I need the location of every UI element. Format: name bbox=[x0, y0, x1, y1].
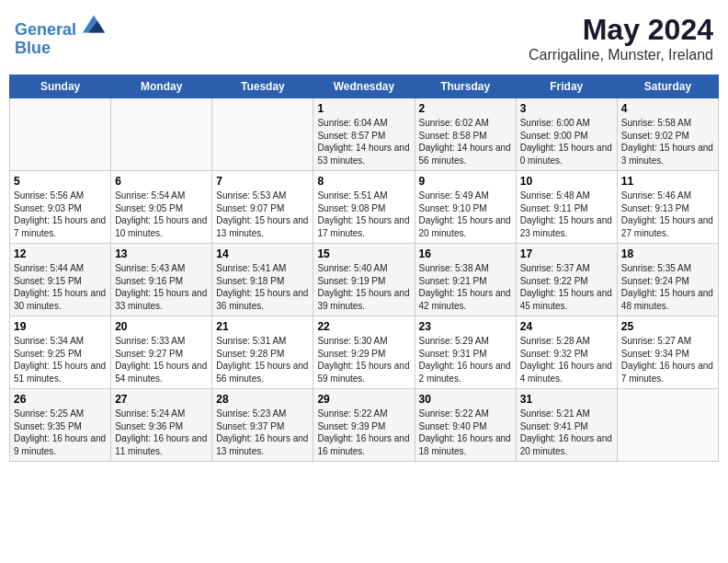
main-title: May 2024 bbox=[529, 13, 713, 47]
calendar-header-row: SundayMondayTuesdayWednesdayThursdayFrid… bbox=[10, 75, 719, 98]
calendar-cell: 18Sunrise: 5:35 AMSunset: 9:24 PMDayligh… bbox=[617, 244, 718, 316]
day-info: Sunrise: 5:49 AMSunset: 9:10 PMDaylight:… bbox=[419, 190, 512, 239]
calendar-cell: 22Sunrise: 5:30 AMSunset: 9:29 PMDayligh… bbox=[313, 316, 415, 389]
calendar-cell: 17Sunrise: 5:37 AMSunset: 9:22 PMDayligh… bbox=[516, 244, 617, 316]
day-number: 10 bbox=[520, 175, 613, 188]
day-info: Sunrise: 5:43 AMSunset: 9:16 PMDaylight:… bbox=[115, 262, 208, 312]
day-info: Sunrise: 5:48 AMSunset: 9:11 PMDaylight:… bbox=[520, 190, 613, 239]
day-number: 1 bbox=[317, 102, 410, 115]
day-info: Sunrise: 5:53 AMSunset: 9:07 PMDaylight:… bbox=[216, 190, 309, 239]
day-number: 23 bbox=[419, 320, 512, 333]
calendar-cell: 21Sunrise: 5:31 AMSunset: 9:28 PMDayligh… bbox=[212, 316, 313, 389]
calendar-cell: 6Sunrise: 5:54 AMSunset: 9:05 PMDaylight… bbox=[111, 171, 212, 244]
day-header-sunday: Sunday bbox=[10, 75, 111, 98]
day-info: Sunrise: 5:21 AMSunset: 9:41 PMDaylight:… bbox=[520, 408, 613, 457]
day-number: 31 bbox=[520, 393, 613, 406]
calendar-week-row: 1Sunrise: 6:04 AMSunset: 8:57 PMDaylight… bbox=[10, 98, 719, 171]
calendar-cell: 5Sunrise: 5:56 AMSunset: 9:03 PMDaylight… bbox=[10, 171, 111, 244]
calendar-cell: 29Sunrise: 5:22 AMSunset: 9:39 PMDayligh… bbox=[313, 389, 415, 462]
calendar-cell: 11Sunrise: 5:46 AMSunset: 9:13 PMDayligh… bbox=[617, 171, 718, 244]
day-info: Sunrise: 5:30 AMSunset: 9:29 PMDaylight:… bbox=[317, 335, 410, 385]
day-info: Sunrise: 5:35 AMSunset: 9:24 PMDaylight:… bbox=[621, 262, 714, 312]
calendar-cell: 13Sunrise: 5:43 AMSunset: 9:16 PMDayligh… bbox=[111, 244, 212, 316]
day-number: 17 bbox=[520, 247, 613, 260]
calendar-cell bbox=[10, 98, 111, 171]
calendar-cell: 28Sunrise: 5:23 AMSunset: 9:37 PMDayligh… bbox=[212, 389, 313, 462]
day-info: Sunrise: 5:22 AMSunset: 9:39 PMDaylight:… bbox=[317, 408, 410, 457]
day-number: 29 bbox=[317, 393, 410, 406]
calendar-cell: 19Sunrise: 5:34 AMSunset: 9:25 PMDayligh… bbox=[10, 316, 111, 389]
calendar-table: SundayMondayTuesdayWednesdayThursdayFrid… bbox=[9, 75, 719, 462]
day-header-monday: Monday bbox=[111, 75, 212, 98]
day-info: Sunrise: 5:46 AMSunset: 9:13 PMDaylight:… bbox=[621, 190, 714, 239]
day-number: 7 bbox=[216, 175, 309, 188]
calendar-cell: 8Sunrise: 5:51 AMSunset: 9:08 PMDaylight… bbox=[313, 171, 415, 244]
calendar-cell: 10Sunrise: 5:48 AMSunset: 9:11 PMDayligh… bbox=[516, 171, 617, 244]
day-header-thursday: Thursday bbox=[415, 75, 516, 98]
calendar-cell: 12Sunrise: 5:44 AMSunset: 9:15 PMDayligh… bbox=[10, 244, 111, 316]
day-header-tuesday: Tuesday bbox=[212, 75, 313, 98]
title-block: May 2024 Carrigaline, Munster, Ireland bbox=[529, 13, 713, 63]
logo-text: General Blue bbox=[15, 13, 105, 58]
day-info: Sunrise: 5:27 AMSunset: 9:34 PMDaylight:… bbox=[621, 335, 714, 385]
day-info: Sunrise: 5:22 AMSunset: 9:40 PMDaylight:… bbox=[419, 408, 512, 457]
day-info: Sunrise: 5:33 AMSunset: 9:27 PMDaylight:… bbox=[115, 335, 208, 385]
calendar-cell: 25Sunrise: 5:27 AMSunset: 9:34 PMDayligh… bbox=[617, 316, 718, 389]
calendar-week-row: 26Sunrise: 5:25 AMSunset: 9:35 PMDayligh… bbox=[10, 389, 719, 462]
calendar-cell: 26Sunrise: 5:25 AMSunset: 9:35 PMDayligh… bbox=[10, 389, 111, 462]
day-number: 26 bbox=[14, 393, 107, 406]
day-info: Sunrise: 5:25 AMSunset: 9:35 PMDaylight:… bbox=[14, 408, 107, 457]
day-info: Sunrise: 5:23 AMSunset: 9:37 PMDaylight:… bbox=[216, 408, 309, 457]
day-info: Sunrise: 5:41 AMSunset: 9:18 PMDaylight:… bbox=[216, 262, 309, 312]
day-info: Sunrise: 5:34 AMSunset: 9:25 PMDaylight:… bbox=[14, 335, 107, 385]
calendar-cell: 27Sunrise: 5:24 AMSunset: 9:36 PMDayligh… bbox=[111, 389, 212, 462]
calendar-week-row: 19Sunrise: 5:34 AMSunset: 9:25 PMDayligh… bbox=[10, 316, 719, 389]
calendar-cell bbox=[617, 389, 718, 462]
calendar-cell: 4Sunrise: 5:58 AMSunset: 9:02 PMDaylight… bbox=[617, 98, 718, 171]
day-number: 9 bbox=[419, 175, 512, 188]
logo: General Blue bbox=[15, 13, 105, 58]
day-header-friday: Friday bbox=[516, 75, 617, 98]
day-header-wednesday: Wednesday bbox=[313, 75, 415, 98]
day-info: Sunrise: 5:54 AMSunset: 9:05 PMDaylight:… bbox=[115, 190, 208, 239]
day-number: 15 bbox=[317, 247, 410, 260]
day-info: Sunrise: 5:29 AMSunset: 9:31 PMDaylight:… bbox=[419, 335, 512, 385]
calendar-week-row: 5Sunrise: 5:56 AMSunset: 9:03 PMDaylight… bbox=[10, 171, 719, 244]
calendar-cell: 1Sunrise: 6:04 AMSunset: 8:57 PMDaylight… bbox=[313, 98, 415, 171]
day-number: 12 bbox=[14, 247, 107, 260]
day-info: Sunrise: 5:31 AMSunset: 9:28 PMDaylight:… bbox=[216, 335, 309, 385]
day-number: 11 bbox=[621, 175, 714, 188]
day-number: 18 bbox=[621, 247, 714, 260]
calendar-cell: 24Sunrise: 5:28 AMSunset: 9:32 PMDayligh… bbox=[516, 316, 617, 389]
day-info: Sunrise: 5:44 AMSunset: 9:15 PMDaylight:… bbox=[14, 262, 107, 312]
day-info: Sunrise: 6:00 AMSunset: 9:00 PMDaylight:… bbox=[520, 117, 613, 167]
page-header: General Blue May 2024 Carrigaline, Munst… bbox=[9, 9, 719, 67]
calendar-cell bbox=[212, 98, 313, 171]
day-number: 14 bbox=[216, 247, 309, 260]
day-number: 21 bbox=[216, 320, 309, 333]
day-number: 20 bbox=[115, 320, 208, 333]
calendar-cell: 31Sunrise: 5:21 AMSunset: 9:41 PMDayligh… bbox=[516, 389, 617, 462]
day-header-saturday: Saturday bbox=[617, 75, 718, 98]
calendar-cell: 7Sunrise: 5:53 AMSunset: 9:07 PMDaylight… bbox=[212, 171, 313, 244]
calendar-body: 1Sunrise: 6:04 AMSunset: 8:57 PMDaylight… bbox=[10, 98, 719, 462]
calendar-cell: 20Sunrise: 5:33 AMSunset: 9:27 PMDayligh… bbox=[111, 316, 212, 389]
day-number: 13 bbox=[115, 247, 208, 260]
day-number: 4 bbox=[621, 102, 714, 115]
day-info: Sunrise: 6:04 AMSunset: 8:57 PMDaylight:… bbox=[317, 117, 410, 167]
calendar-cell: 3Sunrise: 6:00 AMSunset: 9:00 PMDaylight… bbox=[516, 98, 617, 171]
day-info: Sunrise: 5:24 AMSunset: 9:36 PMDaylight:… bbox=[115, 408, 208, 457]
day-number: 3 bbox=[520, 102, 613, 115]
day-info: Sunrise: 5:37 AMSunset: 9:22 PMDaylight:… bbox=[520, 262, 613, 312]
day-info: Sunrise: 5:28 AMSunset: 9:32 PMDaylight:… bbox=[520, 335, 613, 385]
day-info: Sunrise: 5:38 AMSunset: 9:21 PMDaylight:… bbox=[419, 262, 512, 312]
calendar-cell: 23Sunrise: 5:29 AMSunset: 9:31 PMDayligh… bbox=[415, 316, 516, 389]
calendar-cell: 15Sunrise: 5:40 AMSunset: 9:19 PMDayligh… bbox=[313, 244, 415, 316]
day-number: 28 bbox=[216, 393, 309, 406]
calendar-cell: 14Sunrise: 5:41 AMSunset: 9:18 PMDayligh… bbox=[212, 244, 313, 316]
day-info: Sunrise: 5:51 AMSunset: 9:08 PMDaylight:… bbox=[317, 190, 410, 239]
day-info: Sunrise: 5:40 AMSunset: 9:19 PMDaylight:… bbox=[317, 262, 410, 312]
day-number: 30 bbox=[419, 393, 512, 406]
subtitle: Carrigaline, Munster, Ireland bbox=[529, 47, 713, 63]
day-number: 8 bbox=[317, 175, 410, 188]
